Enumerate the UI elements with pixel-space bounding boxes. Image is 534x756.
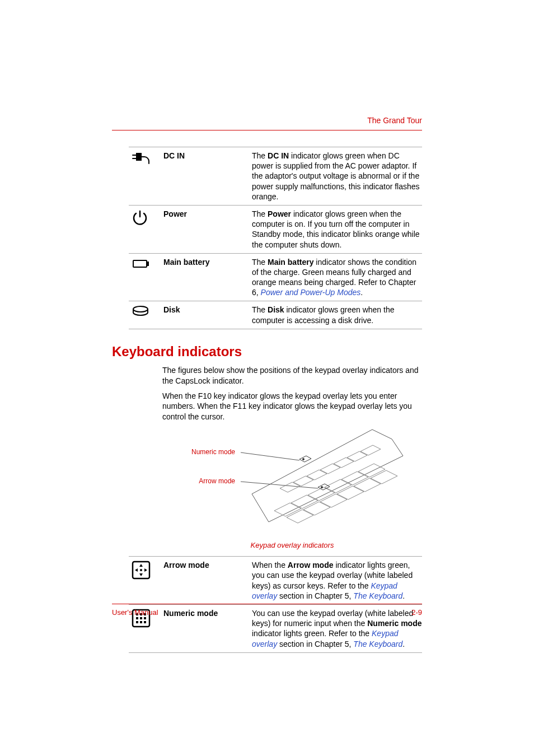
term: Disk	[163, 301, 250, 329]
table-row: Power The Power indicator glows green wh…	[129, 205, 422, 253]
table-row: DC IN The DC IN indicator glows green wh…	[129, 147, 422, 206]
description: The Disk indicator glows green when the …	[250, 301, 422, 329]
icon-cell	[129, 147, 163, 206]
svg-rect-21	[140, 621, 142, 623]
body-paragraph: When the F10 key indicator glows the key…	[162, 391, 422, 423]
dc-in-icon	[131, 151, 151, 166]
svg-rect-0	[133, 260, 147, 267]
header-rule	[112, 130, 422, 130]
keyboard-illustration-icon	[179, 427, 420, 539]
svg-line-4	[241, 482, 318, 488]
section-heading: Keyboard indicators	[112, 344, 422, 360]
table-row: Main battery The Main battery indicator …	[129, 253, 422, 301]
figure-keypad-overlay: Numeric mode Arrow mode	[162, 427, 422, 539]
description: When the Arrow mode indicator lights gre…	[250, 557, 422, 605]
table-row: Numeric mode You can use the keypad over…	[129, 605, 422, 653]
arrow-mode-icon	[131, 560, 151, 580]
svg-marker-10	[135, 568, 138, 572]
svg-rect-19	[144, 617, 146, 619]
icon-cell	[129, 557, 163, 605]
term: Numeric mode	[163, 605, 250, 653]
disk-icon	[131, 305, 150, 318]
term: Main battery	[163, 253, 250, 301]
term: Arrow mode	[163, 557, 250, 605]
link-the-keyboard[interactable]: The Keyboard	[353, 591, 402, 600]
description: The Main battery indicator shows the con…	[250, 253, 422, 301]
svg-marker-11	[144, 568, 147, 572]
power-icon	[131, 209, 149, 227]
svg-point-6	[321, 487, 323, 488]
figure-caption: Keypad overlay indicators	[162, 541, 422, 549]
icon-cell	[129, 301, 163, 329]
indicator-table-2: Arrow mode When the Arrow mode indicator…	[129, 556, 422, 653]
term: DC IN	[163, 147, 250, 206]
body-paragraph: The figures below show the positions of …	[162, 365, 422, 386]
svg-marker-8	[139, 564, 143, 567]
chapter-title: The Grand Tour	[367, 116, 422, 125]
svg-rect-18	[140, 617, 142, 619]
document-page: The Grand Tour DC	[0, 0, 534, 756]
svg-point-12	[140, 569, 142, 571]
page-content: DC IN The DC IN indicator glows green wh…	[112, 147, 422, 653]
icon-cell	[129, 205, 163, 253]
footer-rule	[112, 604, 422, 604]
svg-point-5	[303, 459, 305, 460]
footer-page-number: 2-9	[411, 608, 422, 617]
svg-marker-9	[139, 573, 143, 576]
svg-rect-20	[136, 621, 138, 623]
svg-line-3	[241, 452, 299, 460]
svg-rect-22	[144, 621, 146, 623]
term: Power	[163, 205, 250, 253]
link-the-keyboard[interactable]: The Keyboard	[353, 640, 402, 648]
table-row: Disk The Disk indicator glows green when…	[129, 301, 422, 329]
description: The DC IN indicator glows green when DC …	[250, 147, 422, 206]
description: You can use the keypad overlay (white la…	[250, 605, 422, 653]
link-power-modes[interactable]: Power and Power-Up Modes	[261, 288, 361, 297]
indicator-table-1: DC IN The DC IN indicator glows green wh…	[129, 147, 422, 329]
footer-manual-title: User's Manual	[112, 608, 158, 617]
icon-cell	[129, 253, 163, 301]
svg-point-2	[133, 306, 148, 312]
description: The Power indicator glows green when the…	[250, 205, 422, 253]
table-row: Arrow mode When the Arrow mode indicator…	[129, 557, 422, 605]
battery-icon	[131, 257, 151, 270]
svg-rect-1	[147, 262, 148, 265]
svg-rect-17	[136, 617, 138, 619]
